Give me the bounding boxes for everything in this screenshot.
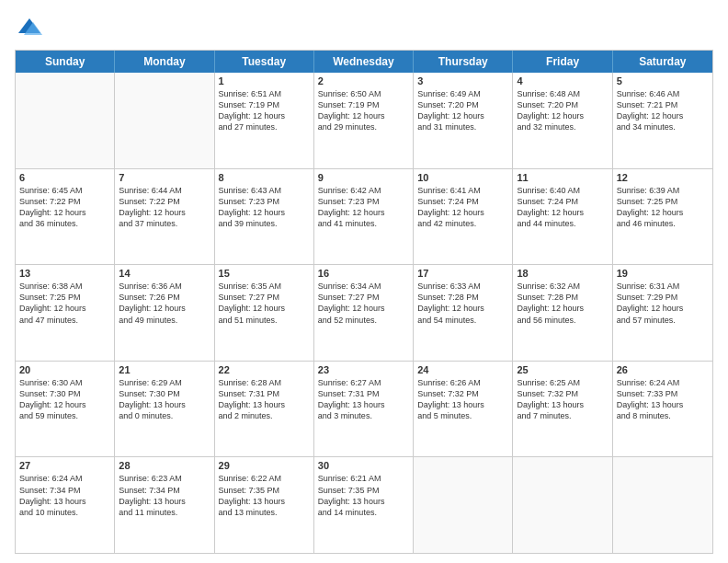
cell-text-line: Sunrise: 6:50 AM [318, 88, 409, 99]
day-number: 13 [19, 268, 110, 279]
cell-text-line: Sunrise: 6:45 AM [19, 185, 110, 196]
cell-text-line: Sunset: 7:35 PM [219, 485, 310, 496]
calendar-cell: 1Sunrise: 6:51 AMSunset: 7:19 PMDaylight… [215, 73, 314, 168]
cell-text-line: Daylight: 13 hours [219, 399, 310, 410]
cell-text-line: Sunset: 7:33 PM [617, 388, 709, 399]
calendar-cell: 26Sunrise: 6:24 AMSunset: 7:33 PMDayligh… [613, 362, 712, 457]
cell-text-line: Sunset: 7:28 PM [517, 292, 608, 303]
day-number: 21 [119, 364, 210, 375]
cell-text-line: Daylight: 12 hours [219, 303, 310, 314]
cell-text-line: Sunrise: 6:22 AM [219, 473, 310, 484]
cell-text-line: and 8 minutes. [617, 410, 709, 421]
cell-text-line: Daylight: 12 hours [219, 207, 310, 218]
cell-text-line: Sunset: 7:20 PM [517, 99, 608, 110]
calendar-cell: 13Sunrise: 6:38 AMSunset: 7:25 PMDayligh… [16, 265, 115, 361]
cell-text-line: and 54 minutes. [417, 315, 508, 326]
cell-text-line: Daylight: 12 hours [318, 207, 409, 218]
day-number: 5 [617, 75, 709, 86]
cell-text-line: Sunrise: 6:29 AM [119, 377, 210, 388]
day-number: 28 [119, 460, 210, 471]
cell-text-line: and 59 minutes. [19, 410, 110, 421]
day-number: 12 [617, 172, 709, 183]
cell-text-line: Sunrise: 6:48 AM [517, 88, 608, 99]
cell-text-line: Daylight: 12 hours [417, 303, 508, 314]
cell-text-line: Sunrise: 6:27 AM [318, 377, 409, 388]
calendar-body: 1Sunrise: 6:51 AMSunset: 7:19 PMDaylight… [16, 73, 712, 553]
cell-text-line: Daylight: 13 hours [517, 399, 608, 410]
cell-text-line: and 14 minutes. [318, 507, 409, 518]
day-number: 30 [318, 460, 409, 471]
calendar-cell: 6Sunrise: 6:45 AMSunset: 7:22 PMDaylight… [16, 169, 115, 265]
day-number: 20 [19, 364, 110, 375]
cell-text-line: Sunset: 7:24 PM [417, 196, 508, 207]
cell-text-line: Sunset: 7:22 PM [119, 196, 210, 207]
cell-text-line: Sunrise: 6:40 AM [517, 185, 608, 196]
cell-text-line: and 49 minutes. [119, 315, 210, 326]
day-number: 16 [318, 268, 409, 279]
cell-text-line: Sunset: 7:23 PM [219, 196, 310, 207]
cell-text-line: Daylight: 12 hours [517, 110, 608, 121]
calendar-header-friday: Friday [513, 51, 612, 73]
calendar-cell: 22Sunrise: 6:28 AMSunset: 7:31 PMDayligh… [215, 362, 314, 457]
day-number: 14 [119, 268, 210, 279]
calendar-cell: 27Sunrise: 6:24 AMSunset: 7:34 PMDayligh… [16, 457, 115, 553]
cell-text-line: Sunset: 7:26 PM [119, 292, 210, 303]
cell-text-line: Sunset: 7:31 PM [318, 388, 409, 399]
cell-text-line: Sunrise: 6:44 AM [119, 185, 210, 196]
calendar-cell: 16Sunrise: 6:34 AMSunset: 7:27 PMDayligh… [314, 265, 414, 361]
cell-text-line: and 52 minutes. [318, 315, 409, 326]
cell-text-line: Sunrise: 6:24 AM [19, 473, 110, 484]
calendar-cell: 3Sunrise: 6:49 AMSunset: 7:20 PMDaylight… [414, 73, 513, 168]
day-number: 27 [19, 460, 110, 471]
calendar-cell: 23Sunrise: 6:27 AMSunset: 7:31 PMDayligh… [314, 362, 414, 457]
calendar-header-monday: Monday [115, 51, 214, 73]
cell-text-line: Daylight: 13 hours [318, 399, 409, 410]
cell-text-line: Daylight: 12 hours [318, 110, 409, 121]
day-number: 15 [219, 268, 310, 279]
calendar-cell: 17Sunrise: 6:33 AMSunset: 7:28 PMDayligh… [414, 265, 513, 361]
calendar-cell: 9Sunrise: 6:42 AMSunset: 7:23 PMDaylight… [314, 169, 414, 265]
calendar-row-4: 27Sunrise: 6:24 AMSunset: 7:34 PMDayligh… [16, 457, 712, 553]
cell-text-line: and 7 minutes. [517, 410, 608, 421]
cell-text-line: and 42 minutes. [417, 218, 508, 229]
cell-text-line: Sunset: 7:27 PM [318, 292, 409, 303]
cell-text-line: Sunrise: 6:41 AM [417, 185, 508, 196]
page: SundayMondayTuesdayWednesdayThursdayFrid… [0, 0, 728, 563]
cell-text-line: and 27 minutes. [219, 121, 310, 132]
day-number: 9 [318, 172, 409, 183]
cell-text-line: and 5 minutes. [417, 410, 508, 421]
cell-text-line: Sunrise: 6:38 AM [19, 281, 110, 292]
calendar-cell: 20Sunrise: 6:30 AMSunset: 7:30 PMDayligh… [16, 362, 115, 457]
calendar-cell: 2Sunrise: 6:50 AMSunset: 7:19 PMDaylight… [314, 73, 414, 168]
cell-text-line: and 32 minutes. [517, 121, 608, 132]
day-number: 23 [318, 364, 409, 375]
day-number: 8 [219, 172, 310, 183]
cell-text-line: Sunrise: 6:28 AM [219, 377, 310, 388]
calendar-cell: 19Sunrise: 6:31 AMSunset: 7:29 PMDayligh… [613, 265, 712, 361]
calendar-header-sunday: Sunday [16, 51, 115, 73]
header [15, 15, 713, 40]
day-number: 29 [219, 460, 310, 471]
cell-text-line: Sunrise: 6:34 AM [318, 281, 409, 292]
cell-text-line: Daylight: 12 hours [19, 399, 110, 410]
cell-text-line: Sunrise: 6:30 AM [19, 377, 110, 388]
cell-text-line: Sunrise: 6:39 AM [617, 185, 709, 196]
logo-icon [17, 15, 42, 40]
calendar-cell [414, 457, 513, 553]
calendar-cell: 11Sunrise: 6:40 AMSunset: 7:24 PMDayligh… [513, 169, 612, 265]
cell-text-line: and 13 minutes. [219, 507, 310, 518]
cell-text-line: and 57 minutes. [617, 315, 709, 326]
cell-text-line: Daylight: 12 hours [318, 303, 409, 314]
cell-text-line: Sunset: 7:25 PM [617, 196, 709, 207]
cell-text-line: Sunset: 7:27 PM [219, 292, 310, 303]
cell-text-line: and 29 minutes. [318, 121, 409, 132]
calendar-cell: 7Sunrise: 6:44 AMSunset: 7:22 PMDaylight… [115, 169, 214, 265]
day-number: 24 [417, 364, 508, 375]
calendar-cell: 30Sunrise: 6:21 AMSunset: 7:35 PMDayligh… [314, 457, 414, 553]
cell-text-line: Sunrise: 6:24 AM [617, 377, 709, 388]
cell-text-line: Sunrise: 6:43 AM [219, 185, 310, 196]
calendar-cell: 5Sunrise: 6:46 AMSunset: 7:21 PMDaylight… [613, 73, 712, 168]
calendar-cell: 15Sunrise: 6:35 AMSunset: 7:27 PMDayligh… [215, 265, 314, 361]
cell-text-line: and 3 minutes. [318, 410, 409, 421]
logo [15, 15, 42, 40]
